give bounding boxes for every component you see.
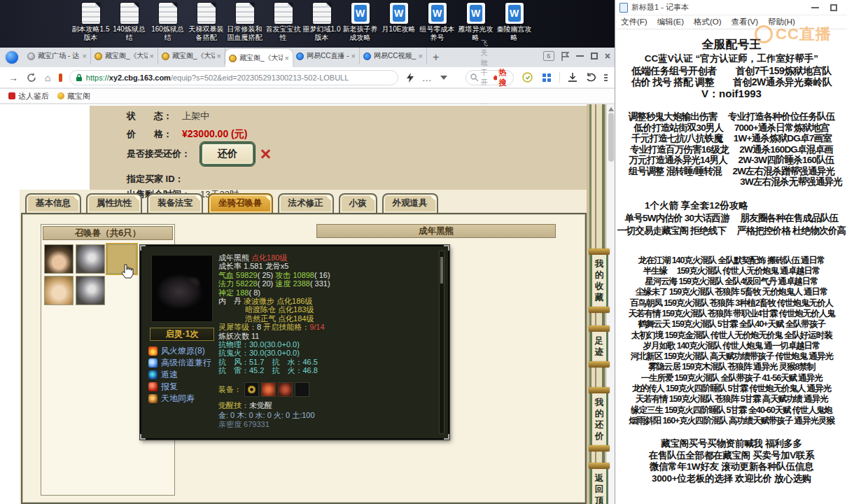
desktop-icon[interactable]: 160炼狱总结	[148, 3, 187, 42]
bookmark-item[interactable]: 达人鉴后	[8, 91, 49, 102]
notepad-text-line: 全服配号王	[615, 37, 847, 52]
page-tab[interactable]: 外观道具	[382, 193, 438, 213]
desktop-icon[interactable]: 组号零成本养号	[418, 3, 456, 42]
banner-cap	[589, 445, 610, 451]
sidebar-backtotop-button[interactable]: 返回顶部	[589, 463, 610, 504]
sidebar-favorites-button[interactable]: 我的收藏	[589, 248, 610, 313]
pet-skill: 高级倍道兼行	[148, 357, 211, 369]
notepad-text-line: 3W左右混杀无帮强通异光	[615, 176, 847, 188]
page-tab-label: 外观道具	[393, 198, 428, 208]
notepad-text-line: 尘缘未了 159克火混队 苍狼阵 5畜牧 无价炮鬼人 通日常	[615, 287, 847, 298]
bookmark-icon	[57, 92, 64, 99]
notepad-menu-item[interactable]: 查看(V)	[732, 17, 758, 27]
page-tab[interactable]: 坐骑召唤兽	[208, 193, 273, 213]
sidebar-mybids-button[interactable]: 我的还价	[589, 387, 610, 451]
desktop-icon[interactable]: 秦陵幽宫攻略	[495, 3, 533, 42]
desktop-icon[interactable]: 副本攻略1.5版本	[71, 3, 110, 42]
page-tab[interactable]: 法术修正	[278, 193, 334, 213]
search-bar[interactable]: 飞天敢干开新局端+ 热搜	[465, 70, 514, 85]
dropdown-chevron-icon[interactable]	[440, 76, 447, 80]
equipment-row: 装备：	[218, 382, 312, 397]
minimize-button[interactable]	[576, 55, 584, 57]
page-tab[interactable]: 属性抗性	[86, 193, 142, 213]
notepad-text-line: 鹤舞云天 159克火混队 5甘霖 全队40+天赋 全队带孩子	[615, 319, 847, 330]
extension-badge[interactable]: 6	[543, 51, 554, 61]
tooltip-scrollbar[interactable]	[439, 251, 444, 434]
scroll-up-arrow[interactable]	[608, 107, 614, 111]
browser-tab[interactable]: 网易CC直播 - ×	[293, 48, 360, 64]
page-tab[interactable]: 装备法宝	[147, 193, 203, 213]
lightning-icon[interactable]	[407, 73, 414, 83]
pet-portrait[interactable]	[44, 244, 74, 274]
notepad-text-line: 河北新区 159克火混队 高天赋功绩带孩子 传世炮鬼 通异光	[615, 351, 847, 362]
desktop-icon[interactable]: 天梯双暴装备搭配	[187, 3, 225, 42]
close-button[interactable]: ×	[605, 52, 610, 60]
notepad-text-line: 3000+位老板的选择 欢迎比价 放心选购	[615, 473, 847, 485]
bookmark-item[interactable]: 藏宝阁	[57, 91, 90, 102]
browser-logo-icon[interactable]	[6, 51, 18, 64]
notepad-menu-item[interactable]: 帮助(H)	[768, 17, 795, 27]
notepad-text-area[interactable]: 全服配号王CC蓝V认证 “官方认证师，工作室好帮手”低端任务组号开创者 首创7千…	[615, 31, 847, 504]
desktop-icon-label: 月10E攻略	[379, 25, 418, 34]
refresh-icon[interactable]	[27, 73, 36, 83]
page-tab[interactable]: 基本信息	[25, 193, 81, 213]
desktop-icon[interactable]: 雁塔异光攻略	[456, 3, 495, 42]
desktop-icon[interactable]: 噩梦幻域1.0版本	[302, 3, 341, 42]
tab-close-icon[interactable]: ×	[349, 52, 356, 60]
desktop-icon[interactable]: 月10E攻略	[379, 3, 418, 42]
tab-close-icon[interactable]: ×	[80, 52, 87, 60]
new-tab-button[interactable]: +	[427, 51, 444, 64]
favorites-icon[interactable]	[59, 74, 62, 82]
browser-tab[interactable]: 藏宝阁_《大话 ×	[225, 49, 293, 67]
pet-portrait[interactable]	[76, 276, 105, 305]
notepad-text-line: 一生所爱 159克火混队 全队带孩子 41-56天赋 通异光	[615, 373, 847, 384]
notepad-menu-item[interactable]: 格式(O)	[694, 17, 722, 27]
tab-close-icon[interactable]: ×	[148, 52, 154, 60]
notepad-title: 新标题1 - 记事本	[631, 2, 811, 13]
tab-favicon	[162, 52, 169, 60]
desktop-icon[interactable]: 新老孩子养成攻略	[341, 3, 379, 42]
notepad-titlebar[interactable]: 新标题1 - 记事本	[615, 0, 847, 15]
bargain-button[interactable]: 还价	[200, 142, 255, 166]
sidebar-button-label: 足迹	[594, 335, 604, 358]
notepad-text-line: 星河云海 159克火混队 全队4级回气丹 通卓越日常	[615, 276, 847, 287]
menu-icon[interactable]	[604, 74, 608, 81]
desktop-icon[interactable]: 首发宝宝抗性	[264, 3, 302, 42]
tab-close-icon[interactable]: ×	[283, 54, 289, 62]
file-icon	[120, 3, 139, 24]
download-icon[interactable]	[568, 73, 578, 83]
browser-tab[interactable]: 藏宝阁_《大话 ×	[91, 48, 158, 64]
qiling-badge: 启灵·1次	[150, 328, 214, 341]
sidebar-footprints-button[interactable]: 足迹	[589, 326, 610, 368]
pet-portrait[interactable]	[44, 276, 74, 305]
browser-tab[interactable]: 藏宝阁_《大话 ×	[158, 48, 225, 64]
home-icon[interactable]: ⌂	[45, 72, 50, 83]
browser-tab[interactable]: 藏宝广场 - 达 ×	[24, 48, 91, 64]
hot-search-button[interactable]: 热搜	[493, 67, 509, 88]
page-tab[interactable]: 小孩	[339, 193, 377, 213]
flag-icon[interactable]	[561, 52, 569, 61]
equip-slot-icon	[295, 382, 309, 397]
notepad-menu-item[interactable]: 编辑(E)	[657, 17, 684, 27]
notepad-text-line: 组号调整 混转睡/睡转混 2W左右混杀蹭帮强通异光	[615, 166, 847, 177]
pet-portrait[interactable]	[76, 244, 105, 274]
notepad-maximize-button[interactable]	[830, 4, 837, 11]
notepad-text-line: 天若有情 159克火混队 苍狼阵 带职业4甘霖 传世炮无价人鬼	[615, 309, 847, 319]
url-scheme: https://	[86, 74, 109, 82]
scroll-thumb[interactable]	[608, 113, 614, 162]
undo-icon[interactable]	[586, 73, 596, 82]
address-bar[interactable]: https://xy2.cbg.163.com/equip?s=502&eid=…	[69, 70, 398, 85]
forward-icon[interactable]: →	[8, 72, 18, 83]
desktop-icon[interactable]: 日常修装和固血魔搭配	[225, 3, 264, 42]
equip-slots	[244, 382, 312, 397]
tab-close-icon[interactable]: ×	[215, 52, 221, 60]
notepad-minimize-button[interactable]	[811, 7, 819, 8]
notepad-menu-item[interactable]: 文件(F)	[621, 17, 648, 27]
tab-close-icon[interactable]: ×	[416, 52, 423, 60]
apps-grid-icon[interactable]	[542, 74, 551, 82]
restore-circle-icon[interactable]	[522, 72, 533, 83]
browser-tab[interactable]: 网易CC视频_ ×	[360, 48, 427, 64]
more-dots-icon[interactable]: …	[422, 72, 432, 83]
maximize-button[interactable]	[591, 52, 598, 59]
desktop-icon[interactable]: 140炼狱总结	[110, 3, 148, 42]
